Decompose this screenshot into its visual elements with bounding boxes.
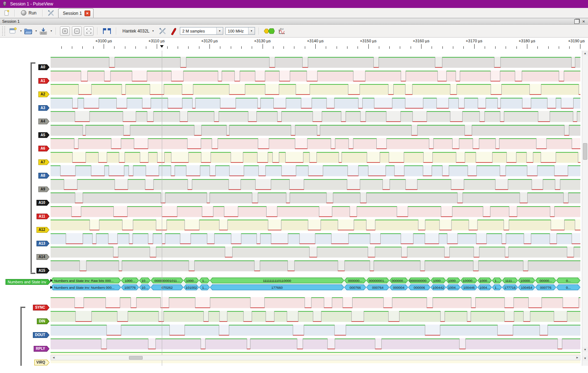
open-button[interactable] (24, 27, 33, 35)
open-dropdown-arrow[interactable]: ▾ (35, 29, 37, 33)
settings-button[interactable] (47, 9, 55, 17)
undock-icon[interactable] (574, 19, 579, 24)
annotation-block[interactable]: 000764 (366, 284, 389, 290)
channel-tag-A14[interactable]: A14 (36, 254, 49, 260)
new-session-dropdown-arrow[interactable]: ▾ (20, 29, 22, 33)
toolbar-grip[interactable] (2, 26, 5, 36)
row-expand-arrow-icon[interactable] (50, 286, 53, 289)
sample-count-dropdown[interactable]: ▾ (216, 27, 223, 34)
horizontal-scroll-thumb[interactable] (129, 356, 143, 360)
annotation-block[interactable]: 100442 (431, 284, 446, 290)
sample-count-combo[interactable]: 2 M samples ▾ (180, 27, 223, 35)
channel-tag-DOUT[interactable]: DOUT (33, 332, 49, 338)
annotation-block[interactable]: 100454 (518, 284, 535, 290)
annotation-block[interactable]: 1004... (477, 284, 492, 290)
annotation-block[interactable]: 1111... (502, 278, 518, 283)
channel-tag-RPLY[interactable]: RPLY (34, 346, 49, 352)
save-dropdown-arrow[interactable]: ▾ (51, 29, 52, 33)
annotation-block[interactable]: 10... (139, 278, 151, 283)
channel-tag-A5[interactable]: A5 (38, 132, 49, 138)
sample-rate-combo[interactable]: 100 MHz ▾ (225, 27, 255, 35)
annotation-block[interactable]: 10000... (461, 278, 477, 283)
channel-tag-A8[interactable]: A8 (38, 173, 49, 179)
channel-tag-A9[interactable]: A9 (38, 186, 49, 192)
annotation-block[interactable]: 000000... (344, 278, 366, 283)
channel-tag-A0[interactable]: A0 (38, 64, 49, 70)
channel-tag-A3[interactable]: A3 (38, 105, 49, 111)
annotation-block[interactable]: 1000... (121, 278, 139, 283)
zoom-out-button[interactable] (72, 26, 82, 36)
annotation-block[interactable]: 00000001... (366, 278, 389, 283)
annotation-block[interactable]: 1000... (431, 278, 446, 283)
configure-device-button[interactable] (158, 27, 167, 35)
channels-button[interactable] (169, 27, 178, 35)
annotation-block[interactable]: 101002 (183, 284, 199, 290)
new-session-button[interactable] (9, 27, 17, 35)
annotation-block[interactable]: 000006 (408, 284, 431, 290)
horizontal-scrollbar[interactable]: ◄ ► (51, 355, 580, 360)
annotation-block[interactable]: 1... (492, 278, 502, 283)
annotation-block[interactable]: 000004 (389, 284, 408, 290)
channel-tag-A10[interactable]: A10 (36, 200, 49, 206)
annotation-block[interactable]: Numbers and State inv: Numbers 000... (51, 284, 121, 290)
row-expand-arrow-icon[interactable] (50, 279, 53, 282)
channel-group-bracket-bottom[interactable] (20, 306, 22, 366)
tab-close-button[interactable]: ✕ (85, 10, 90, 16)
channel-tag-A4[interactable]: A4 (38, 119, 49, 124)
annotation-block[interactable]: 000766 (344, 284, 366, 290)
annotation-block[interactable]: 177660 (210, 284, 344, 290)
add-math-signal-button[interactable]: f(x) (277, 27, 286, 35)
annotation-block[interactable]: 1... (199, 284, 210, 290)
annotation-block[interactable]: 1000... (477, 278, 492, 283)
channel-tag-A7[interactable]: A7 (38, 159, 49, 165)
annotation-block[interactable]: 070262 (151, 284, 183, 290)
sample-rate-dropdown[interactable]: ▾ (248, 27, 255, 34)
annotation-block[interactable]: 1... (199, 278, 210, 283)
trigger-marker[interactable] (160, 45, 164, 48)
channel-tag-A11[interactable]: A11 (36, 214, 49, 219)
channel-tag-A1[interactable]: A1 (38, 78, 49, 84)
scroll-down-arrow[interactable]: ▼ (582, 347, 588, 352)
annotation-block[interactable]: 000000001011... (151, 278, 183, 283)
zoom-fit-button[interactable] (84, 26, 94, 36)
annotation-block[interactable]: 0... (556, 278, 580, 283)
annotation-block[interactable]: 177716 (502, 284, 518, 290)
decoder-tag[interactable]: Numbers and State inv (5, 279, 51, 285)
annotation-block[interactable]: 1004... (446, 284, 461, 290)
annotation-block[interactable]: 0... (556, 284, 580, 290)
annotation-block[interactable]: 1111111110110000 (210, 278, 344, 283)
tab-session-1[interactable]: Session 1 ✕ (58, 8, 94, 18)
channel-tag-A13[interactable]: A13 (36, 241, 49, 246)
channel-tag-VIRQ[interactable]: VIRQ (34, 360, 49, 365)
channel-tag-A6[interactable]: A6 (38, 146, 49, 151)
save-button[interactable] (39, 27, 48, 35)
annotation-block[interactable]: 100446 (461, 284, 477, 290)
annotation-block[interactable]: 10000... (518, 278, 535, 283)
channel-tag-A12[interactable]: A12 (36, 227, 49, 233)
restore-session-button[interactable] (2, 9, 11, 17)
annotation-block[interactable]: 000776 (535, 284, 556, 290)
annotation-block[interactable]: 1000... (183, 278, 199, 283)
annotation-block[interactable]: 1... (492, 284, 502, 290)
annotation-block[interactable]: 1000... (446, 278, 461, 283)
run-button[interactable]: Run (19, 9, 39, 16)
channel-tag-SYNC[interactable]: SYNC (33, 305, 49, 310)
annotation-block[interactable]: 000000000... (408, 278, 431, 283)
annotation-block[interactable]: 00000... (535, 278, 556, 283)
scroll-right-arrow[interactable]: ► (575, 356, 580, 360)
channel-tag-A2[interactable]: A2 (38, 91, 49, 97)
annotation-block[interactable]: Numbers and State inv: Raw bits 000... (51, 278, 121, 283)
time-ruler[interactable]: +3100 µs+3110 µs+3120 µs+3130 µs+3140 µs… (0, 38, 588, 51)
device-button[interactable]: Hantek 4032L ▾ (120, 29, 156, 34)
show-cursors-button[interactable] (101, 27, 112, 35)
add-decoder-button[interactable] (263, 27, 275, 35)
channel-group-bracket-top[interactable] (30, 62, 32, 274)
zoom-in-button[interactable] (60, 26, 70, 36)
annotation-block[interactable]: 100776 (121, 284, 139, 290)
scroll-up-arrow[interactable]: ▲ (582, 51, 588, 56)
channel-tag-DIN[interactable]: DIN (37, 318, 49, 324)
vertical-scrollbar[interactable]: ▲ ▼ ▼ (582, 51, 588, 366)
vertical-scroll-thumb[interactable] (583, 143, 587, 160)
close-session-icon[interactable]: ✕ (581, 20, 586, 23)
annotation-block[interactable]: 000000... (389, 278, 408, 283)
